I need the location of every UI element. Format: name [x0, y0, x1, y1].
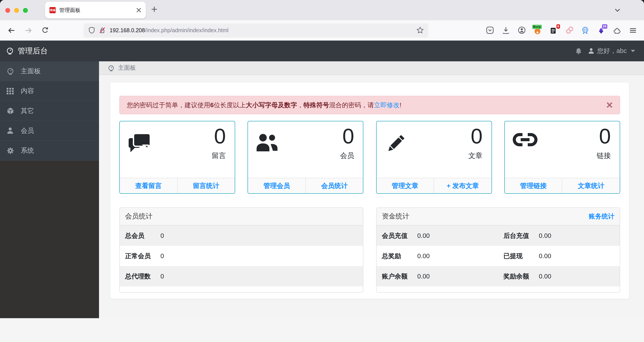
publish-article-link[interactable]: + 发布文章 — [434, 178, 491, 193]
insecure-lock-icon[interactable] — [98, 26, 106, 34]
brand-title: 管理后台 — [18, 46, 48, 56]
finance-stats-link[interactable]: 账务统计 — [589, 212, 614, 221]
stat-label: 会员 — [340, 151, 354, 161]
stat-value: 0 — [342, 124, 354, 148]
alert-close-icon[interactable] — [606, 102, 612, 108]
row-value: 0.00 — [417, 232, 430, 239]
sidebar-item-label: 系统 — [21, 146, 34, 155]
extension-purple-badge: 26 — [602, 24, 607, 28]
toolbar-extensions: Burp 6 26 — [484, 25, 639, 35]
tab-list-chevron-icon[interactable] — [614, 6, 622, 14]
password-alert: 您的密码过于简单，建议使用6位长度以上大小写字母及数字，特殊符号混合的密码，请立… — [119, 96, 620, 114]
url-bar[interactable]: 192.168.0.208/index.php/admin/index/inde… — [84, 23, 428, 37]
sidebar-item-dashboard[interactable]: 主面板 — [0, 61, 99, 81]
new-tab-button[interactable] — [150, 5, 158, 13]
main-content: 主面板 您的密码过于简单，建议使用6位长度以上大小写字母及数字，特殊符号混合的密… — [99, 61, 644, 318]
caret-down-icon — [631, 50, 635, 52]
change-password-link[interactable]: 立即修改 — [374, 101, 400, 108]
row-value: 0 — [160, 252, 164, 259]
browser-tab[interactable]: 商城 管理面板 — [45, 2, 146, 18]
tachometer-icon — [108, 65, 114, 71]
alert-text: 您的密码过于简单，建议使用6位长度以上大小写字母及数字，特殊符号混合的密码，请立… — [127, 101, 401, 109]
sidebar-item-label: 会员 — [21, 126, 34, 135]
foxyproxy-burp-icon[interactable]: Burp — [532, 25, 543, 35]
stat-label: 链接 — [597, 151, 611, 161]
sidebar-item-label: 内容 — [21, 87, 34, 95]
brand[interactable]: 管理后台 — [6, 46, 48, 56]
extension-red-badge: 6 — [556, 24, 560, 28]
row-label: 正常会员 — [120, 252, 160, 260]
view-messages-link[interactable]: 查看留言 — [120, 178, 177, 193]
close-window-button[interactable] — [5, 8, 10, 12]
panel-filler — [376, 286, 620, 292]
row-label: 会员充值 — [376, 231, 417, 240]
row-label: 总会员 — [120, 231, 160, 240]
url-host: 192.168.0.208 — [110, 27, 145, 33]
breadcrumb-label: 主面板 — [118, 64, 136, 72]
row-label: 总奖励 — [376, 252, 417, 260]
reload-button[interactable] — [40, 25, 50, 35]
stat-card-body: 0 留言 — [120, 121, 235, 178]
row-label: 已提现 — [498, 252, 539, 260]
proxy-globe-icon[interactable] — [580, 25, 591, 35]
extensions-puzzle-icon[interactable] — [611, 25, 623, 35]
member-stats-link[interactable]: 会员统计 — [306, 178, 363, 193]
manage-articles-link[interactable]: 管理文章 — [376, 178, 434, 193]
tab-close-icon[interactable] — [136, 7, 142, 13]
maximize-window-button[interactable] — [23, 8, 28, 12]
row-value: 0 — [160, 273, 164, 280]
users-icon — [256, 133, 280, 152]
wappalyzer-gem-icon[interactable]: 26 — [596, 25, 607, 35]
minimize-window-button[interactable] — [14, 8, 19, 12]
link-icon — [513, 133, 538, 147]
comments-icon — [128, 133, 152, 153]
url-text: 192.168.0.208/index.php/admin/index/inde… — [110, 27, 416, 33]
browser-window: 商城 管理面板 192.16 — [0, 0, 644, 342]
tracking-shield-icon[interactable] — [88, 26, 96, 34]
navbar-right: 您好，abc — [575, 47, 638, 55]
stat-card-articles: 0 文章 管理文章 + 发布文章 — [376, 121, 492, 194]
traffic-lights — [5, 8, 28, 12]
grid-icon — [6, 87, 14, 94]
back-button[interactable] — [6, 25, 17, 35]
stat-label: 留言 — [212, 151, 226, 161]
pocket-icon[interactable] — [484, 25, 496, 35]
row-label: 奖励余额 — [498, 272, 539, 280]
sidebar-item-members[interactable]: 会员 — [0, 121, 99, 141]
stat-card-messages: 0 留言 查看留言 留言统计 — [119, 121, 235, 194]
message-stats-link[interactable]: 留言统计 — [177, 178, 235, 193]
tab-favicon: 商城 — [50, 7, 56, 13]
account-icon[interactable] — [516, 25, 527, 35]
stat-card-footer: 管理会员 会员统计 — [248, 178, 363, 193]
admin-navbar: 管理后台 您好，abc — [0, 41, 644, 61]
sidebar-filler — [0, 161, 99, 318]
forward-button[interactable] — [23, 25, 34, 35]
stat-value: 0 — [214, 124, 226, 148]
row-value: 0.00 — [417, 252, 430, 259]
article-stats-link[interactable]: 文章统计 — [562, 178, 620, 193]
manage-members-link[interactable]: 管理会员 — [248, 178, 306, 193]
sidebar: 主面板 内容 其它 会员 — [0, 61, 99, 318]
manage-links-link[interactable]: 管理链接 — [505, 178, 562, 193]
bell-icon[interactable] — [575, 47, 582, 54]
stat-cards-row: 0 留言 查看留言 留言统计 0 — [119, 121, 620, 194]
sidebar-item-content[interactable]: 内容 — [0, 81, 99, 101]
stat-card-footer: 查看留言 留言统计 — [120, 178, 235, 193]
menu-hamburger-icon[interactable] — [627, 25, 639, 35]
user-menu[interactable]: 您好，abc — [588, 47, 635, 55]
sidebar-item-other[interactable]: 其它 — [0, 101, 99, 121]
sidebar-item-system[interactable]: 系统 — [0, 141, 99, 161]
cookie-rings-icon[interactable] — [564, 25, 575, 35]
panel-filler — [120, 286, 363, 292]
table-row: 总代理数 0 — [120, 266, 363, 286]
downloads-icon[interactable] — [500, 25, 512, 35]
row-value: 0.00 — [539, 273, 551, 280]
stat-label: 文章 — [468, 151, 482, 161]
stat-card-body: 0 会员 — [248, 121, 363, 178]
stat-value: 0 — [599, 124, 611, 148]
tachometer-icon — [6, 47, 14, 55]
stat-card-links: 0 链接 管理链接 文章统计 — [504, 121, 620, 194]
extension-doc-icon[interactable]: 6 — [548, 25, 559, 35]
bookmark-star-icon[interactable] — [416, 26, 424, 34]
breadcrumb: 主面板 — [99, 61, 644, 75]
